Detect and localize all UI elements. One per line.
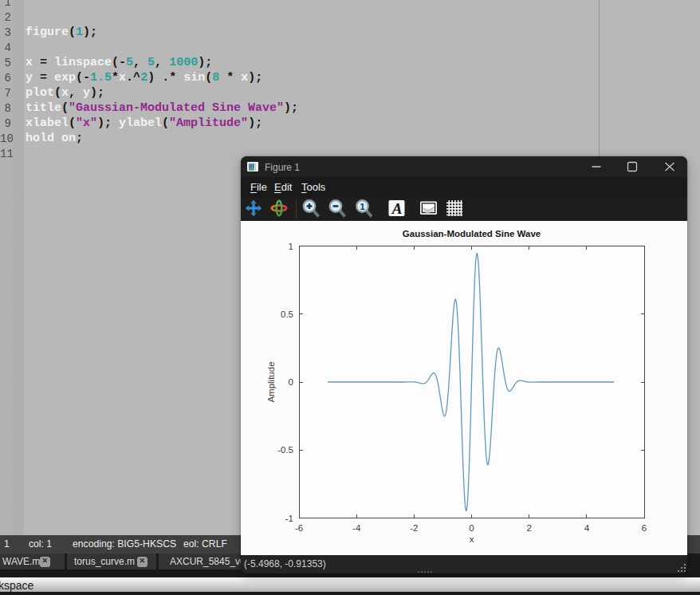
svg-text:-2: -2 xyxy=(410,523,418,533)
svg-text:1: 1 xyxy=(360,202,364,211)
svg-text:1: 1 xyxy=(289,242,293,251)
svg-text:2: 2 xyxy=(526,523,531,533)
svg-text:-6: -6 xyxy=(295,523,303,533)
svg-text:Amplitude: Amplitude xyxy=(266,361,276,402)
svg-text:-1: -1 xyxy=(285,514,293,523)
svg-text:0: 0 xyxy=(469,523,474,533)
svg-text:-0.5: -0.5 xyxy=(277,445,293,455)
svg-text:0: 0 xyxy=(289,377,293,387)
svg-text:0.5: 0.5 xyxy=(281,309,293,319)
svg-text:x: x xyxy=(470,534,474,544)
svg-text:4: 4 xyxy=(584,523,590,533)
svg-text:-4: -4 xyxy=(352,523,361,533)
svg-text:Gaussian-Modulated Sine Wave: Gaussian-Modulated Sine Wave xyxy=(403,229,541,238)
svg-text:A: A xyxy=(391,200,403,217)
svg-text:6: 6 xyxy=(642,523,647,533)
